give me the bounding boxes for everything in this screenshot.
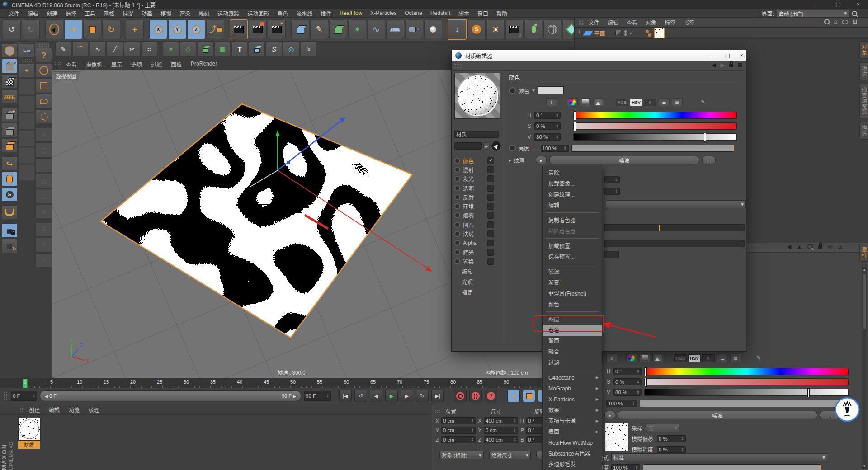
panel-grip[interactable]	[435, 408, 440, 413]
saturation-bar[interactable]	[573, 122, 737, 130]
menu-item[interactable]: RealFlow	[335, 10, 366, 16]
lock-icon[interactable]	[729, 64, 733, 67]
viewport-menu-item[interactable]: 摄像机	[81, 61, 107, 68]
menu-item[interactable]: 创建	[42, 9, 61, 17]
position-field[interactable]: 0 cm⇕	[441, 427, 476, 434]
next-key-button[interactable]: ↻	[416, 390, 429, 402]
material-channel-row[interactable]: 漫射 ✓	[454, 165, 501, 174]
render-view-button[interactable]	[230, 19, 248, 39]
formula-button[interactable]: fx	[300, 42, 316, 56]
shader-menu-item[interactable]: 菲涅耳(Fresnel) ▶	[543, 288, 602, 299]
torus-primitive-button[interactable]: ◎	[283, 42, 299, 56]
scrollbar[interactable]: ▲ ▼	[862, 267, 867, 469]
channel-radio[interactable]	[454, 167, 460, 173]
menu-item[interactable]: 文件	[5, 9, 24, 17]
workplane-snap-button[interactable]: ▦↻	[1, 239, 18, 253]
shader-menu-item[interactable]: 噪波 ▶	[543, 267, 602, 277]
color-mode-button[interactable]: HSV	[688, 354, 701, 362]
color-swatch[interactable]	[538, 86, 564, 94]
pen-tool-button[interactable]: ✎	[55, 42, 71, 56]
object-manager-menu-item[interactable]: 编辑	[604, 19, 623, 26]
eyedropper-icon[interactable]: ✎	[701, 99, 705, 105]
rotate-tool-button[interactable]: ↻	[102, 19, 120, 39]
material-name-field[interactable]: 材质	[454, 131, 499, 138]
live-selection-tool[interactable]	[36, 63, 52, 78]
brightness-bar[interactable]	[571, 145, 734, 152]
xparticles-button[interactable]: ✕	[486, 19, 505, 39]
v-field[interactable]: 80 %⇕	[613, 389, 642, 396]
coordinate-system-button[interactable]: ⤴	[206, 19, 224, 39]
brightness-radio[interactable]	[509, 145, 516, 151]
object-manager-menu-item[interactable]: 标签	[660, 19, 679, 26]
menu-item[interactable]: 脚本	[454, 9, 473, 17]
knife-tool-button[interactable]: ✂	[124, 42, 140, 56]
shader-menu-item[interactable]: 编辑 ▶	[543, 200, 602, 211]
shader-menu-item[interactable]: RealFlow WetMap ▶	[543, 437, 602, 448]
cube-primitive-button[interactable]	[197, 42, 213, 56]
menu-item[interactable]: 帮助	[492, 9, 511, 17]
menu-item[interactable]: 角色	[273, 9, 292, 17]
channel-radio[interactable]	[454, 231, 460, 237]
character-object-button[interactable]	[524, 19, 542, 39]
side-tab[interactable]: 构造	[859, 122, 868, 140]
material-extra-item[interactable]: 光照	[454, 277, 501, 287]
hue-bar[interactable]	[573, 112, 737, 119]
channel-radio[interactable]	[454, 185, 460, 191]
rectangle-selection-tool[interactable]	[36, 79, 52, 93]
hidden-slider[interactable]	[604, 240, 745, 247]
material-channel-row[interactable]: 发光 ✓	[454, 174, 501, 183]
color-radio[interactable]	[509, 87, 516, 94]
scrollbar-thumb[interactable]	[863, 274, 866, 329]
model-mode-button[interactable]	[1, 59, 18, 73]
search-icon[interactable]	[824, 19, 830, 24]
viewport-menu-item[interactable]: 查看	[61, 61, 81, 68]
shader-menu-item[interactable]: C4doctane ▶	[543, 372, 602, 383]
side-tab[interactable]: 场次	[859, 62, 868, 80]
scale-tool-button[interactable]	[83, 19, 101, 39]
nav-back-icon[interactable]: ◀	[712, 62, 716, 68]
texture-shader-button[interactable]: 噪波	[549, 156, 699, 164]
menu-item[interactable]: 选择	[61, 9, 80, 17]
world-grid-icon[interactable]	[1, 43, 18, 58]
channel-checkbox[interactable]: ✓	[487, 212, 494, 219]
texture-more-button[interactable]: ...	[702, 156, 716, 164]
v-field[interactable]: 80 %⇕	[534, 133, 561, 141]
color-mode-button[interactable]: RGB	[616, 99, 628, 106]
lock-icon[interactable]	[818, 245, 822, 249]
material-channel-row[interactable]: Alpha ✓	[454, 239, 501, 248]
channel-radio[interactable]	[454, 158, 460, 164]
shader-menu-item[interactable]: 素描与卡通 ▶	[543, 416, 602, 427]
material-channel-row[interactable]: 凹凸 ✓	[454, 220, 501, 229]
color-mode-button[interactable]: RGB	[674, 354, 687, 362]
position-field[interactable]: 0 cm⇕	[441, 436, 476, 443]
current-frame-field[interactable]: 0 F⇕	[11, 391, 37, 401]
hidden-spinner-field[interactable]: ⇕	[604, 176, 620, 183]
modeling-tool-icon[interactable]: ⇄	[36, 127, 52, 142]
viewport-grip[interactable]	[54, 62, 61, 66]
material-channel-row[interactable]: 反射 ✓	[454, 193, 501, 202]
z-axis-lock-button[interactable]: Z	[187, 19, 205, 39]
size-field[interactable]: 400 cm⇕	[484, 436, 518, 443]
shader-menu-item[interactable]: X-Particles ▶	[543, 394, 602, 405]
coordinate-mode-dropdown[interactable]: 对象 (相对)▾	[439, 451, 484, 459]
help-button[interactable]: ?	[36, 48, 52, 62]
record-keyframe-button[interactable]	[454, 390, 467, 402]
gradient-icon[interactable]	[580, 98, 591, 106]
menu-item[interactable]: 运动跟踪	[213, 9, 243, 17]
viewport-nav-button[interactable]	[1, 172, 18, 186]
subdivision-surface-button[interactable]	[329, 19, 347, 39]
channel-radio[interactable]	[454, 194, 460, 200]
viewport-menu-item[interactable]: 面板	[166, 61, 186, 68]
search-icon[interactable]	[807, 244, 813, 249]
end-frame-field[interactable]: 90 F⇕	[304, 391, 331, 401]
play-button[interactable]: ▶	[385, 390, 398, 402]
material-manager-menu-item[interactable]: 功能	[64, 406, 84, 414]
shader-menu-item[interactable]: 表面 ▶	[543, 427, 602, 437]
shader-menu-item[interactable]: 融合 ▶	[543, 347, 602, 357]
size-field[interactable]: 400 cm⇕	[484, 417, 518, 424]
key-position-toggle[interactable]: +	[507, 390, 520, 402]
menu-item[interactable]: Redshift	[426, 10, 454, 16]
panel-grip[interactable]	[454, 63, 462, 68]
floor-object-button[interactable]	[386, 19, 404, 39]
hidden-spinner-field[interactable]: ⇕	[604, 188, 620, 195]
